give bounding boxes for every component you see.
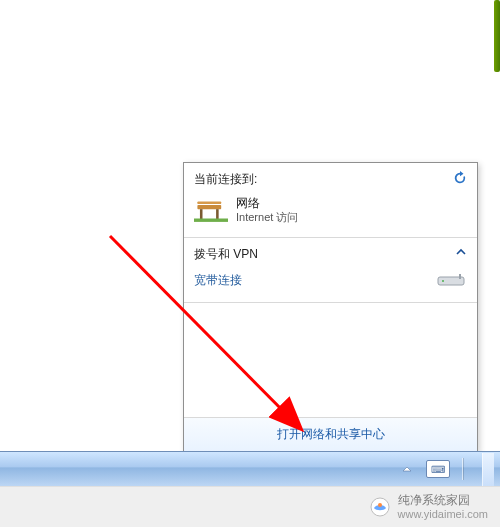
svg-rect-4 <box>194 219 228 222</box>
watermark-logo-icon <box>370 497 390 517</box>
refresh-icon[interactable] <box>453 171 467 185</box>
current-connection-heading: 当前连接到: <box>194 171 467 188</box>
svg-rect-0 <box>197 205 221 209</box>
watermark-brand: 纯净系统家园 <box>398 494 488 508</box>
tray-up-icon[interactable] <box>400 462 414 476</box>
current-connection-section: 当前连接到: 网络 Internet 访问 <box>184 163 477 238</box>
svg-rect-1 <box>197 202 221 205</box>
watermark-url: www.yidaimei.com <box>398 508 488 521</box>
modem-icon <box>437 273 467 287</box>
connection-texts: 网络 Internet 访问 <box>236 196 298 225</box>
taskbar: ⌨ <box>0 451 500 486</box>
svg-rect-6 <box>459 274 461 279</box>
caret-up-icon[interactable] <box>455 246 467 258</box>
window-edge <box>494 0 500 72</box>
open-network-center-button[interactable]: 打开网络和共享中心 <box>184 417 477 451</box>
svg-rect-3 <box>216 210 219 220</box>
show-desktop-button[interactable] <box>482 453 494 486</box>
broadband-connection-label: 宽带连接 <box>194 272 242 289</box>
watermark-texts: 纯净系统家园 www.yidaimei.com <box>398 494 488 520</box>
svg-point-11 <box>378 503 382 507</box>
connection-subtext: Internet 访问 <box>236 211 298 225</box>
broadband-connection-item[interactable]: 宽带连接 <box>194 269 467 292</box>
connection-row[interactable]: 网络 Internet 访问 <box>194 194 467 227</box>
ime-icon[interactable]: ⌨ <box>426 460 450 478</box>
tray-divider <box>462 458 464 480</box>
connection-name: 网络 <box>236 196 298 211</box>
park-bench-icon <box>194 196 228 224</box>
flyout-spacer <box>184 303 477 417</box>
open-network-center-label: 打开网络和共享中心 <box>277 427 385 441</box>
dial-vpn-section: 拨号和 VPN 宽带连接 <box>184 238 477 303</box>
watermark-strip: 纯净系统家园 www.yidaimei.com <box>0 486 500 527</box>
network-flyout: 当前连接到: 网络 Internet 访问 拨号和 VP <box>183 162 478 452</box>
dial-vpn-heading: 拨号和 VPN <box>194 246 467 263</box>
svg-point-7 <box>442 280 444 282</box>
svg-rect-2 <box>200 210 203 220</box>
